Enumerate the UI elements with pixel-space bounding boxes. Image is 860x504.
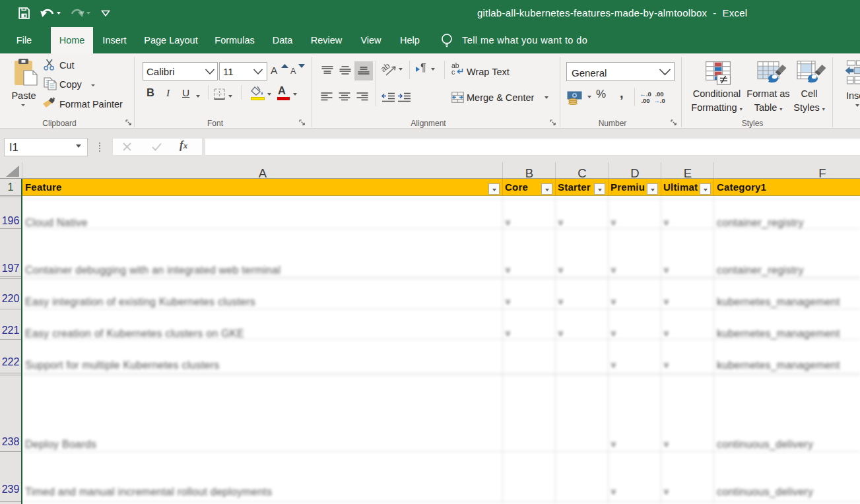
- svg-text:ab: ab: [381, 62, 392, 74]
- svg-text:c: c: [451, 68, 455, 75]
